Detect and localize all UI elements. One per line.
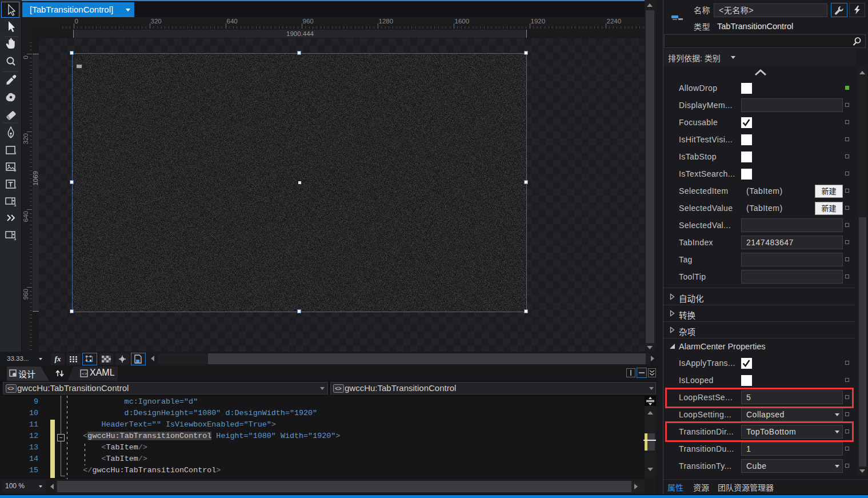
svg-text:<>: <> <box>335 385 342 392</box>
svg-text:<>: <> <box>7 385 14 392</box>
svg-text:<>: <> <box>82 371 87 376</box>
